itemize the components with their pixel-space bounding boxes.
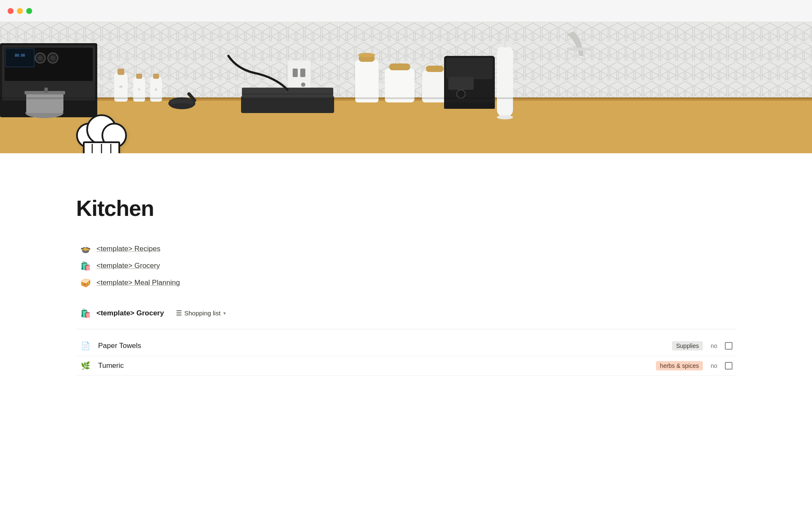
svg-text:00:00: 00:00 — [15, 54, 25, 58]
active-template-row: 🛍️ <template> Grocery ☰ Shopping list ▾ — [76, 304, 736, 322]
svg-rect-48 — [446, 58, 493, 79]
svg-point-50 — [457, 90, 465, 98]
template-link-recipes[interactable]: 🍲 <template> Recipes — [76, 241, 736, 257]
grocery-icon: 🛍️ — [80, 261, 91, 271]
svg-rect-9 — [293, 69, 298, 77]
herbs-spices-badge[interactable]: herbs & spices — [656, 361, 703, 370]
tumeric-checkbox[interactable] — [725, 362, 732, 370]
table-row: 📄 Paper Towels Supplies no — [76, 336, 736, 356]
svg-rect-49 — [448, 77, 474, 90]
tumeric-actions: herbs & spices no — [656, 361, 732, 370]
paper-towels-icon: 📄 — [80, 341, 91, 351]
svg-rect-51 — [444, 102, 495, 109]
maximize-button[interactable] — [26, 8, 32, 14]
paper-towels-name: Paper Towels — [98, 342, 665, 350]
svg-point-54 — [497, 115, 513, 119]
svg-text:V: V — [138, 88, 140, 91]
supplies-badge[interactable]: Supplies — [672, 341, 703, 351]
page-icon — [68, 109, 135, 153]
close-button[interactable] — [8, 8, 14, 14]
svg-rect-16 — [6, 49, 34, 66]
grocery-items-table: 📄 Paper Towels Supplies no 🌿 Tumeric her… — [76, 336, 736, 376]
meal-planning-icon: 🥪 — [80, 278, 91, 288]
recipes-link-text[interactable]: <template> Recipes — [96, 245, 160, 253]
active-template-icon: 🛍️ — [80, 308, 91, 318]
view-switcher[interactable]: ☰ Shopping list ▾ — [173, 307, 229, 319]
paper-towels-checkbox[interactable] — [725, 342, 732, 350]
recipes-icon: 🍲 — [80, 244, 91, 254]
svg-point-19 — [38, 55, 43, 61]
window-chrome — [0, 0, 812, 22]
hero-banner: 00:00 H V S — [0, 22, 812, 153]
svg-point-21 — [50, 55, 55, 61]
svg-rect-10 — [300, 69, 305, 77]
minimize-button[interactable] — [17, 8, 23, 14]
view-switcher-label: Shopping list — [184, 309, 221, 317]
grocery-link-text[interactable]: <template> Grocery — [96, 262, 160, 270]
chevron-down-icon: ▾ — [223, 310, 226, 316]
svg-rect-56 — [567, 47, 592, 51]
template-links-list: 🍲 <template> Recipes 🛍️ <template> Groce… — [76, 241, 736, 290]
list-view-icon: ☰ — [176, 309, 182, 317]
active-template-text: <template> Grocery — [96, 309, 164, 318]
meal-planning-link-text[interactable]: <template> Meal Planning — [96, 279, 180, 287]
svg-rect-33 — [153, 74, 159, 79]
main-content: Kitchen 🍲 <template> Recipes 🛍️ <templat… — [0, 153, 812, 401]
svg-rect-44 — [389, 64, 410, 70]
svg-rect-52 — [497, 45, 513, 117]
svg-text:H: H — [120, 85, 123, 89]
active-template-label: 🛍️ <template> Grocery — [80, 308, 164, 318]
table-row: 🌿 Tumeric herbs & spices no — [76, 356, 736, 376]
svg-rect-30 — [136, 74, 142, 79]
template-link-grocery[interactable]: 🛍️ <template> Grocery — [76, 258, 736, 273]
svg-rect-46 — [426, 66, 444, 72]
svg-rect-23 — [26, 92, 63, 113]
purchased-status: no — [708, 341, 720, 351]
svg-rect-25 — [44, 88, 48, 93]
template-link-meal-planning[interactable]: 🥪 <template> Meal Planning — [76, 275, 736, 290]
svg-rect-40 — [355, 60, 379, 102]
svg-text:S: S — [155, 88, 157, 91]
tumeric-name: Tumeric — [98, 362, 649, 370]
svg-point-42 — [358, 53, 375, 57]
svg-rect-27 — [118, 69, 124, 75]
svg-point-11 — [301, 83, 305, 87]
tumeric-icon: 🌿 — [80, 361, 91, 370]
svg-rect-57 — [0, 97, 812, 99]
paper-towels-actions: Supplies no — [672, 341, 732, 351]
table-divider — [76, 329, 736, 329]
tumeric-purchased-status: no — [708, 361, 720, 370]
page-title: Kitchen — [76, 196, 736, 221]
